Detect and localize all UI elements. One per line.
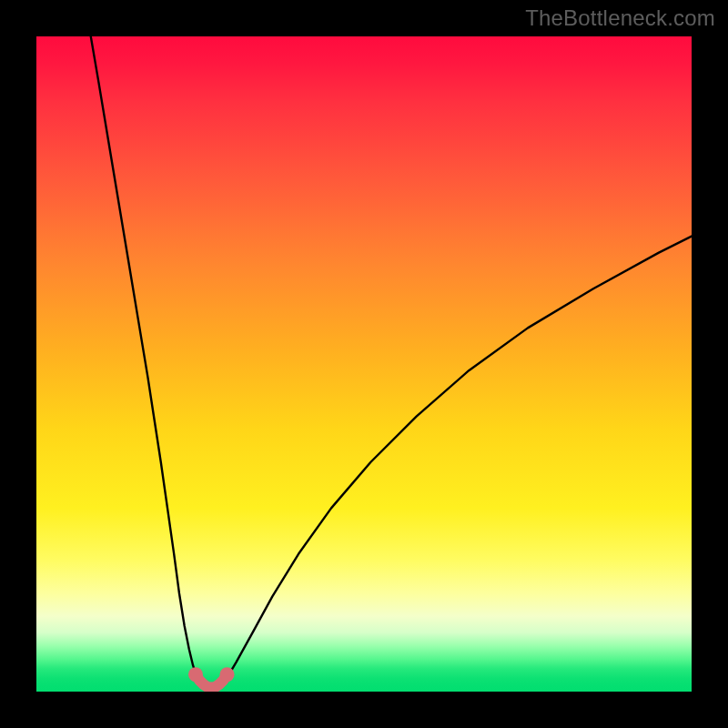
chart-frame: TheBottleneck.com — [0, 0, 728, 728]
bottleneck-curve-line — [91, 36, 692, 688]
valley-highlight-dots — [188, 667, 235, 682]
watermark-text: TheBottleneck.com — [525, 5, 715, 31]
highlight-end-dot — [188, 667, 203, 682]
curve-svg — [36, 36, 692, 692]
highlight-end-dot — [220, 667, 235, 682]
plot-area — [36, 36, 692, 692]
